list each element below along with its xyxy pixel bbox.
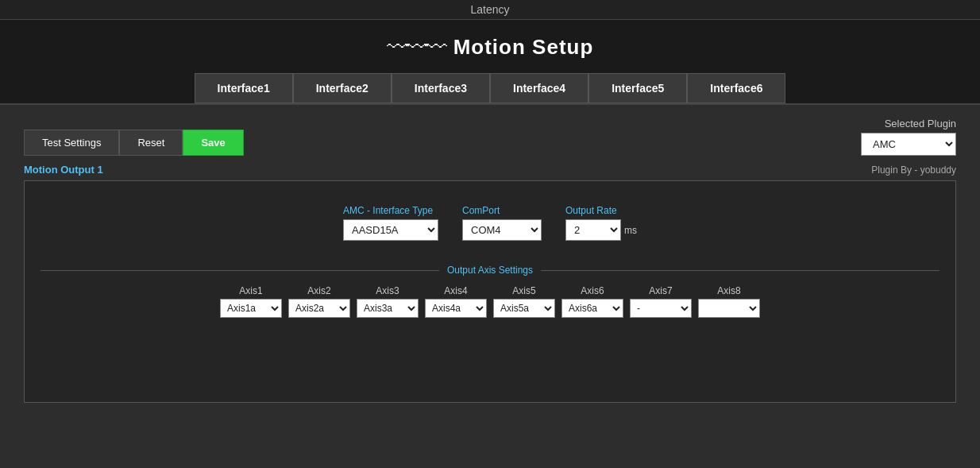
output-rate-select[interactable]: 12510 bbox=[565, 219, 621, 241]
axis-select-4[interactable]: Axis4aAxis4bAxis4c bbox=[425, 299, 487, 318]
axis-group-5: Axis5Axis5aAxis5bAxis5c bbox=[493, 285, 555, 318]
comport-label: ComPort bbox=[462, 205, 500, 216]
plugin-by-label: Plugin By - yobuddy bbox=[871, 164, 956, 176]
output-rate-group: Output Rate 12510 ms bbox=[565, 205, 637, 241]
controls-row: Test Settings Reset Save Selected Plugin… bbox=[24, 118, 956, 156]
axis-divider-row: Output Axis Settings bbox=[41, 265, 939, 276]
axis-group-8: Axis8Axis8aAxis8b bbox=[698, 285, 760, 318]
latency-label: Latency bbox=[470, 3, 509, 16]
interface-type-select[interactable]: AASD15AOption2Option3 bbox=[343, 219, 438, 241]
axis-label-2: Axis2 bbox=[288, 285, 350, 296]
tab-interface3[interactable]: Interface3 bbox=[392, 73, 490, 103]
ms-label: ms bbox=[624, 225, 637, 236]
axis-select-6[interactable]: Axis6aAxis6bAxis6c bbox=[561, 299, 623, 318]
header-content: 〰〰〰 Motion Setup bbox=[387, 34, 594, 60]
header-title: Motion Setup bbox=[453, 35, 594, 60]
plugin-dropdown[interactable]: AMCPlugin2Plugin3 bbox=[861, 133, 956, 156]
axis-label-3: Axis3 bbox=[357, 285, 419, 296]
axis-select-2[interactable]: Axis2aAxis2bAxis2c bbox=[288, 299, 350, 318]
axis-group-1: Axis1Axis1aAxis1bAxis1c bbox=[220, 285, 282, 318]
tab-interface1[interactable]: Interface1 bbox=[195, 73, 293, 103]
tab-interface6[interactable]: Interface6 bbox=[687, 73, 785, 103]
output-rate-inner: 12510 ms bbox=[565, 219, 637, 241]
interface-settings-row: AMC - Interface Type AASD15AOption2Optio… bbox=[41, 205, 939, 241]
axis-select-1[interactable]: Axis1aAxis1bAxis1c bbox=[220, 299, 282, 318]
motion-output-box: AMC - Interface Type AASD15AOption2Optio… bbox=[24, 180, 956, 403]
axis-select-3[interactable]: Axis3aAxis3bAxis3c bbox=[357, 299, 419, 318]
axis-settings-section: Output Axis Settings Axis1Axis1aAxis1bAx… bbox=[41, 265, 939, 318]
axis-divider-left bbox=[41, 270, 439, 271]
axis-label-8: Axis8 bbox=[698, 285, 760, 296]
interface-tabs-row: Interface1Interface2Interface3Interface4… bbox=[0, 73, 980, 105]
comport-group: ComPort COM1COM2COM3COM4COM5 bbox=[462, 205, 542, 241]
axis-group-3: Axis3Axis3aAxis3bAxis3c bbox=[357, 285, 419, 318]
axis-label-6: Axis6 bbox=[561, 285, 623, 296]
axis-row: Axis1Axis1aAxis1bAxis1cAxis2Axis2aAxis2b… bbox=[41, 285, 939, 318]
axis-label-4: Axis4 bbox=[425, 285, 487, 296]
save-button[interactable]: Save bbox=[183, 130, 243, 156]
axis-label-5: Axis5 bbox=[493, 285, 555, 296]
tab-interface5[interactable]: Interface5 bbox=[588, 73, 687, 103]
top-bar: Latency bbox=[0, 0, 980, 20]
tab-interface2[interactable]: Interface2 bbox=[293, 73, 392, 103]
reset-button[interactable]: Reset bbox=[119, 130, 183, 156]
left-controls: Test Settings Reset Save bbox=[24, 130, 244, 156]
axis-divider-right bbox=[541, 270, 939, 271]
motion-output-row: Motion Output 1 Plugin By - yobuddy bbox=[24, 164, 956, 176]
plugin-select-row: AMCPlugin2Plugin3 bbox=[861, 133, 956, 156]
axis-group-2: Axis2Axis2aAxis2bAxis2c bbox=[288, 285, 350, 318]
axis-select-8[interactable]: Axis8aAxis8b bbox=[698, 299, 760, 318]
axis-group-6: Axis6Axis6aAxis6bAxis6c bbox=[561, 285, 623, 318]
interface-type-label: AMC - Interface Type bbox=[343, 205, 433, 216]
axis-label-7: Axis7 bbox=[630, 285, 692, 296]
output-rate-label: Output Rate bbox=[565, 205, 617, 216]
axis-divider-label: Output Axis Settings bbox=[447, 265, 533, 276]
wave-icon: 〰〰〰 bbox=[387, 34, 444, 60]
comport-select[interactable]: COM1COM2COM3COM4COM5 bbox=[462, 219, 542, 241]
selected-plugin-label: Selected Plugin bbox=[885, 118, 956, 130]
main-content: Test Settings Reset Save Selected Plugin… bbox=[0, 105, 980, 419]
axis-group-7: Axis7-Axis7aAxis7b bbox=[630, 285, 692, 318]
test-settings-button[interactable]: Test Settings bbox=[24, 130, 119, 156]
right-controls: Selected Plugin AMCPlugin2Plugin3 bbox=[861, 118, 956, 156]
axis-group-4: Axis4Axis4aAxis4bAxis4c bbox=[425, 285, 487, 318]
axis-select-5[interactable]: Axis5aAxis5bAxis5c bbox=[493, 299, 555, 318]
motion-output-label: Motion Output 1 bbox=[24, 164, 103, 176]
header: 〰〰〰 Motion Setup bbox=[0, 20, 980, 73]
interface-type-group: AMC - Interface Type AASD15AOption2Optio… bbox=[343, 205, 438, 241]
axis-select-7[interactable]: -Axis7aAxis7b bbox=[630, 299, 692, 318]
tab-interface4[interactable]: Interface4 bbox=[490, 73, 588, 103]
axis-label-1: Axis1 bbox=[220, 285, 282, 296]
